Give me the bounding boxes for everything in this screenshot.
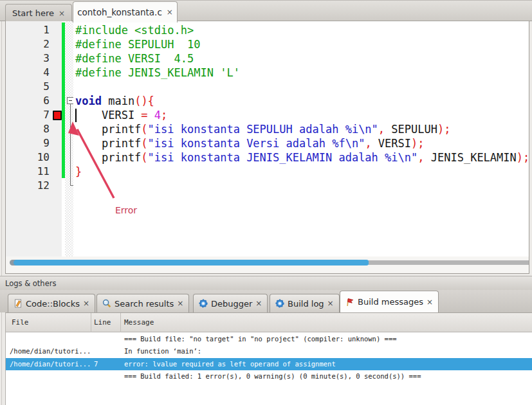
code-token-str: "isi konstanta Versi adalah %f\n": [148, 137, 365, 150]
tab-codeblocks-log-label: Code::Blocks: [26, 299, 80, 309]
text-caret: [75, 109, 77, 122]
h-scrollbar-remainder[interactable]: [369, 260, 529, 265]
code-line[interactable]: #define JENIS_KELAMIN 'L': [75, 66, 240, 80]
line-number: 12: [11, 179, 50, 193]
fold-margin[interactable]: [65, 21, 73, 273]
build-message-row[interactable]: === Build file: "no target" in "no proje…: [6, 333, 532, 345]
tab-start-here[interactable]: Start here ×: [5, 4, 72, 22]
codeblocks-icon: [14, 299, 23, 308]
tab-start-here-close-icon[interactable]: ×: [59, 10, 65, 17]
build-message-row-selected[interactable]: /home/dian/tutori...7error: lvalue requi…: [6, 358, 532, 370]
build-messages-table: File Line Message === Build file: "no ta…: [5, 312, 532, 405]
line-number: 6: [11, 94, 50, 108]
tab-codeblocks-log[interactable]: Code::Blocks ×: [8, 294, 95, 312]
line-number: 5: [11, 80, 50, 94]
build-cell-file: /home/dian/tutori...: [10, 358, 93, 370]
build-cell-msg: === Build file: "no target" in "no proje…: [124, 333, 397, 345]
tab-search-results-close-icon[interactable]: ×: [177, 300, 183, 307]
code-token-op: );: [437, 123, 450, 136]
line-number: 9: [11, 136, 50, 150]
code-line[interactable]: void main(){: [75, 94, 154, 108]
code-token-op: ,: [417, 151, 424, 164]
code-line[interactable]: #include <stdio.h>: [75, 23, 194, 37]
code-token-id: [148, 109, 154, 122]
error-line-marker: [53, 111, 62, 120]
column-separator[interactable]: [91, 313, 91, 332]
code-line[interactable]: VERSI = 4;: [75, 108, 167, 122]
column-header-message[interactable]: Message: [124, 318, 154, 327]
build-table-header: File Line Message: [6, 313, 532, 332]
code-token-id: printf: [75, 137, 141, 150]
build-cell-msg: error: lvalue required as left operand o…: [124, 358, 336, 370]
tab-search-results[interactable]: Search results ×: [96, 294, 189, 312]
code-line[interactable]: }: [75, 165, 82, 179]
h-scrollbar-thumb[interactable]: [14, 260, 369, 266]
code-token-op: (: [141, 123, 147, 136]
code-token-id: main: [102, 94, 134, 107]
tab-debugger-close-icon[interactable]: ×: [255, 300, 262, 307]
search-icon: [102, 299, 111, 308]
code-token-id: printf: [75, 123, 141, 136]
fold-guide-line: [70, 104, 71, 185]
column-separator[interactable]: [120, 313, 121, 332]
tab-build-log-label: Build log: [288, 299, 324, 309]
code-line[interactable]: #define VERSI 4.5: [75, 51, 194, 66]
code-line[interactable]: #define SEPULUH 10: [75, 37, 200, 51]
tab-codeblocks-log-close-icon[interactable]: ×: [83, 300, 89, 307]
logs-panel-title: Logs & others: [5, 279, 56, 288]
error-annotation-label: Error: [115, 205, 137, 215]
code-token-op: );: [517, 151, 529, 164]
code-token-kw: void: [75, 94, 102, 107]
code-line[interactable]: printf("isi konstanta JENIS_KELAMIN adal…: [75, 150, 529, 165]
build-message-row[interactable]: /home/dian/tutori...In function ‘main’:: [6, 345, 532, 357]
line-number-margin[interactable]: 123456789101112: [6, 21, 52, 256]
tab-start-here-label: Start here: [12, 8, 54, 18]
code-token-id: VERSI: [372, 137, 411, 150]
code-token-op: ;: [161, 109, 167, 122]
code-editor-text-area[interactable]: #include <stdio.h>#define SEPULUH 10#def…: [73, 22, 529, 256]
tab-build-messages[interactable]: Build messages ×: [340, 291, 439, 312]
build-log-gear-icon: [275, 299, 284, 308]
tab-build-messages-close-icon[interactable]: ×: [427, 298, 433, 306]
logs-panel-caption: Logs & others: [0, 276, 532, 290]
line-number: 2: [11, 37, 50, 51]
codeblocks-window: { "editor_notebook": { "close_glyph": "×…: [0, 0, 532, 405]
tab-debugger[interactable]: Debugger ×: [193, 294, 268, 312]
line-number: 1: [11, 23, 50, 37]
line-number: 3: [11, 51, 50, 66]
tab-contoh-konstanta-close-icon[interactable]: ×: [167, 8, 173, 16]
window-frame-line: [1, 0, 2, 405]
tab-search-results-label: Search results: [115, 299, 174, 309]
build-cell-msg: In function ‘main’:: [124, 345, 201, 357]
debugger-gear-icon: [199, 299, 208, 308]
tab-build-log[interactable]: Build log ×: [270, 294, 340, 312]
build-cell-file: /home/dian/tutori...: [10, 345, 93, 357]
code-token-op: (: [141, 137, 147, 150]
code-token-op: (){: [134, 94, 154, 107]
line-number: 4: [11, 66, 50, 80]
column-header-line[interactable]: Line: [94, 318, 111, 327]
editor-tabbar: Start here × contoh_konstanta.c ×: [0, 0, 532, 21]
build-message-row[interactable]: === Build failed: 1 error(s), 0 warning(…: [6, 370, 532, 382]
build-cell-line: 7: [94, 358, 123, 370]
code-token-str: "isi konstanta SEPULUH adalah %i\n": [148, 123, 378, 136]
tab-contoh-konstanta[interactable]: contoh_konstanta.c ×: [73, 1, 178, 22]
tab-build-log-close-icon[interactable]: ×: [327, 300, 334, 307]
code-line[interactable]: printf("isi konstanta SEPULUH adalah %i\…: [75, 122, 450, 136]
tab-debugger-label: Debugger: [211, 299, 252, 309]
code-token-op: ,: [378, 123, 385, 136]
code-token-op: =: [141, 109, 147, 122]
code-line[interactable]: printf("isi konstanta Versi adalah %f\n"…: [75, 136, 425, 150]
tab-contoh-konstanta-label: contoh_konstanta.c: [77, 7, 162, 17]
build-cell-msg: === Build failed: 1 error(s), 0 warning(…: [124, 370, 421, 382]
code-token-str: "isi konstanta JENIS_KELAMIN adalah %i\n…: [148, 151, 418, 164]
logs-tabbar: Code::Blocks × Search results × Debugger…: [0, 290, 532, 312]
tab-build-messages-label: Build messages: [358, 297, 423, 307]
line-number: 8: [11, 122, 50, 136]
marker-margin[interactable]: [52, 21, 62, 256]
code-token-id: JENIS_KELAMIN: [425, 151, 517, 164]
code-token-pre: #define VERSI 4.5: [75, 52, 194, 65]
code-token-op: ,: [365, 137, 371, 150]
column-header-file[interactable]: File: [12, 318, 29, 327]
code-token-id: VERSI: [75, 109, 141, 122]
